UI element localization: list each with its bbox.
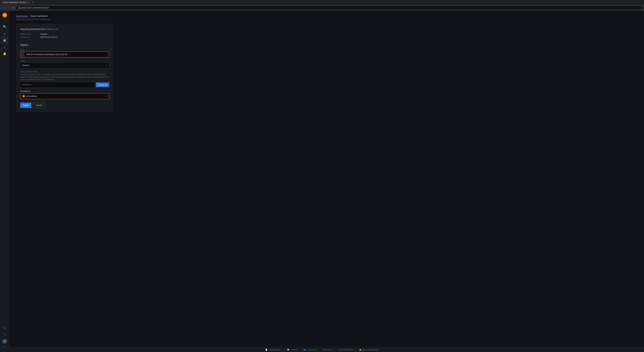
published-by-row: Published by leospbru: [20, 33, 109, 35]
name-label: Name: [20, 49, 109, 51]
breadcrumb-current: Import dashboard: [30, 15, 48, 17]
footer: 📄 Documentation | 💬 Support | 👥 Communit…: [0, 347, 644, 352]
explore-icon: ⊙: [4, 45, 6, 49]
sidebar: G › 🔍 ★ ▦ ⊙ 🔔 ⚙ 🛡 👤: [0, 11, 10, 352]
footer-sep-3: |: [319, 349, 320, 351]
divider: [20, 41, 109, 41]
new-version-text: New version available!: [362, 349, 379, 351]
breadcrumb-dashboards-link[interactable]: Dashboards: [16, 15, 28, 17]
uid-input[interactable]: [20, 82, 94, 87]
footer-sep-4: |: [335, 349, 336, 351]
name-field-wrapper: 1: [20, 51, 109, 57]
published-by-value: leospbru: [40, 33, 48, 35]
main-content: Dashboards / Import dashboard Import das…: [10, 11, 644, 352]
browser-chrome: Import dashboard - Browser × + ← → ↻ 🔒 g…: [0, 0, 644, 11]
name-prefix: 1: [21, 52, 25, 57]
address-bar: ← → ↻ 🔒 grafana.ialvo.cn/dashboard/impor…: [0, 5, 644, 11]
uid-row: Change uid: [20, 82, 109, 87]
grafana-com-link[interactable]: Grafana.com: [46, 28, 58, 30]
sidebar-item-explore[interactable]: ⊙: [2, 44, 8, 50]
sidebar-expand-button[interactable]: ›: [3, 19, 6, 23]
open-source-link[interactable]: Open Source: [322, 349, 332, 351]
options-title: Options: [20, 43, 109, 46]
settings-icon: ⚙: [4, 327, 6, 330]
uid-label: Unique identifier (UID): [20, 71, 109, 73]
url-text: grafana.ialvo.cn/dashboard/import: [21, 7, 49, 9]
prometheus-value-text: prometheus: [26, 95, 104, 97]
avatar-icon: 👤: [3, 340, 6, 343]
updated-on-row: Updated on 2022-03-23 14:31:17: [20, 36, 109, 38]
prometheus-form-group: Prometheus ● prometheus ▼: [20, 90, 109, 99]
change-uid-button[interactable]: Change uid: [96, 82, 109, 87]
name-form-group: Name 1: [20, 49, 109, 57]
updated-on-label: Updated on: [20, 36, 40, 38]
page-subtitle: Import dashboard from file or Grafana.co…: [16, 18, 637, 20]
new-tab-button[interactable]: +: [31, 1, 34, 4]
published-by-label: Published by: [20, 33, 40, 35]
folder-select[interactable]: General: [20, 63, 109, 68]
updated-on-value: 2022-03-23 14:31:17: [40, 36, 58, 38]
import-from-label: Importing dashboard from: [20, 28, 45, 30]
prometheus-icon: ●: [22, 95, 25, 97]
prometheus-chevron-down-icon: ▼: [106, 95, 107, 97]
shield-icon: 🛡: [3, 334, 6, 337]
documentation-link[interactable]: Documentation: [270, 349, 281, 351]
dashboards-icon: ▦: [3, 39, 6, 42]
search-icon: 🔍: [3, 25, 6, 28]
import-card: Importing dashboard from Grafana.com Pub…: [16, 24, 113, 112]
app-container: G › 🔍 ★ ▦ ⊙ 🔔 ⚙ 🛡 👤: [0, 0, 644, 352]
sidebar-item-search[interactable]: 🔍: [2, 24, 8, 30]
folder-label: Folder: [20, 60, 109, 62]
import-button[interactable]: Import: [20, 103, 31, 108]
logo-letter: G: [4, 14, 6, 16]
sidebar-item-settings[interactable]: ⚙: [2, 325, 8, 331]
name-input-prefix-wrapper: 1: [21, 52, 109, 57]
lock-icon: 🔒: [18, 7, 20, 9]
footer-sep-1: |: [284, 349, 284, 351]
active-tab[interactable]: Import dashboard - Browser ×: [1, 0, 30, 4]
sidebar-item-dashboards[interactable]: ▦: [2, 37, 8, 43]
uid-form-group: Unique identifier (UID) The unique ident…: [20, 71, 109, 87]
prometheus-label: Prometheus: [20, 90, 109, 92]
url-bar[interactable]: 🔒 grafana.ialvo.cn/dashboard/import: [16, 6, 643, 10]
tab-title: Import dashboard - Browser: [3, 1, 26, 3]
sidebar-item-starred[interactable]: ★: [2, 30, 8, 36]
doc-icon: 📄: [265, 349, 267, 351]
back-button[interactable]: ←: [1, 6, 5, 9]
prometheus-select-wrapper: ● prometheus ▼: [20, 93, 109, 99]
breadcrumb: Dashboards / Import dashboard: [16, 15, 637, 17]
community-icon: 👥: [304, 349, 306, 351]
grafana-logo[interactable]: G: [2, 12, 8, 18]
sidebar-item-alerting[interactable]: 🔔: [2, 51, 8, 57]
star-icon: ★: [4, 32, 6, 35]
name-input[interactable]: [25, 52, 109, 57]
sidebar-item-shield[interactable]: 🛡: [2, 332, 8, 338]
new-version-icon: 🔔: [359, 349, 361, 351]
tab-bar: Import dashboard - Browser × +: [0, 0, 644, 5]
version-text: v9.3.2 (21c1614e91): [338, 349, 354, 351]
community-link[interactable]: Community: [308, 349, 317, 351]
breadcrumb-separator: /: [29, 15, 30, 17]
button-row: Import Cancel: [20, 103, 109, 108]
uid-description: The unique identifier (UID) of a dashboa…: [20, 73, 109, 81]
folder-select-wrapper: General ▼: [20, 63, 109, 68]
support-link[interactable]: Support: [292, 349, 298, 351]
folder-form-group: Folder General ▼: [20, 60, 109, 68]
alerting-icon: 🔔: [3, 52, 6, 55]
prometheus-select[interactable]: ● prometheus ▼: [21, 93, 109, 99]
cancel-button[interactable]: Cancel: [33, 103, 44, 108]
forward-button[interactable]: →: [6, 6, 10, 9]
import-from-header: Importing dashboard from Grafana.com: [20, 28, 109, 30]
tab-close-button[interactable]: ×: [28, 1, 28, 3]
support-icon: 💬: [287, 349, 289, 351]
footer-sep-2: |: [300, 349, 301, 351]
footer-sep-5: |: [356, 349, 357, 351]
user-avatar[interactable]: 👤: [2, 339, 7, 344]
refresh-button[interactable]: ↻: [12, 6, 15, 9]
grafana-logo-icon: G: [2, 13, 7, 17]
sidebar-bottom: ⚙ 🛡 👤 ?: [2, 325, 8, 351]
new-version-notice: 🔔 New version available!: [359, 349, 379, 351]
